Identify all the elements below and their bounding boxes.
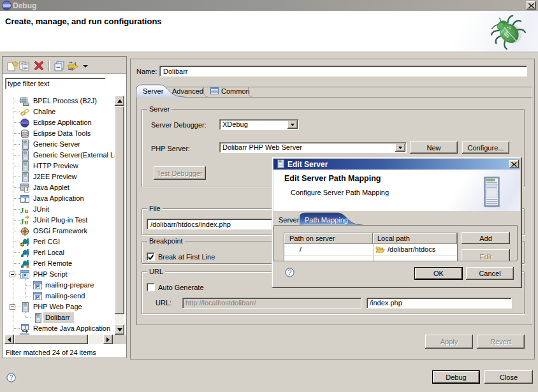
svg-text:J: J xyxy=(20,217,24,226)
svg-text:?: ? xyxy=(10,374,13,381)
svg-text:J: J xyxy=(20,205,24,214)
svg-text:?: ? xyxy=(288,269,292,276)
svg-text:P: P xyxy=(23,273,26,279)
svg-text:J: J xyxy=(24,324,26,330)
svg-text:P: P xyxy=(36,294,39,300)
svg-text:u: u xyxy=(25,218,29,225)
svg-text:J: J xyxy=(24,197,27,203)
svg-text:P: P xyxy=(36,284,39,289)
svg-text:u: u xyxy=(25,207,29,214)
